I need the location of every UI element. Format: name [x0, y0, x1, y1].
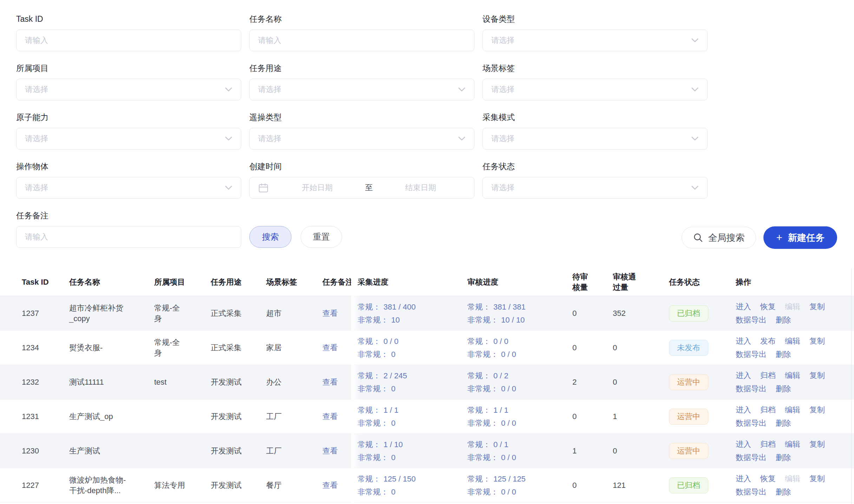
copy-link[interactable]: 复制: [809, 302, 825, 311]
copy-link[interactable]: 复制: [809, 440, 825, 449]
enter-link[interactable]: 进入: [736, 440, 751, 449]
cell-project: test: [154, 377, 211, 387]
view-remark-link[interactable]: 查看: [322, 309, 338, 318]
publish-link[interactable]: 发布: [760, 337, 776, 345]
col-pending-label: 待审核量: [572, 272, 590, 293]
edit-link[interactable]: 编辑: [785, 371, 800, 380]
enter-link[interactable]: 进入: [736, 371, 751, 380]
copy-link[interactable]: 复制: [809, 405, 825, 414]
collect-mode-select[interactable]: 请选择: [482, 128, 708, 150]
select-placeholder: 请选择: [491, 133, 691, 144]
regular-value: 381 / 400: [383, 303, 416, 311]
cell-approved: 0: [613, 446, 669, 456]
view-remark-link[interactable]: 查看: [322, 412, 338, 421]
status-badge: 已归档: [669, 305, 708, 321]
edit-link[interactable]: 编辑: [785, 302, 800, 311]
regular-label: 常规：: [467, 337, 491, 346]
enter-link[interactable]: 进入: [736, 302, 751, 311]
export-link[interactable]: 数据导出: [736, 453, 767, 462]
filter-label: 任务用途: [249, 63, 474, 73]
start-date-input[interactable]: [272, 183, 362, 192]
cell-task-id: 1237: [0, 309, 69, 318]
operate-object-select[interactable]: 请选择: [16, 177, 241, 199]
cell-actions: 进入归档编辑复制 数据导出删除: [736, 369, 854, 396]
scene-tag-select[interactable]: 请选择: [482, 79, 708, 100]
task-remark-input[interactable]: [25, 232, 232, 241]
cell-purpose: 开发测试: [211, 446, 266, 456]
date-range-picker[interactable]: 至: [249, 177, 474, 199]
select-placeholder: 请选择: [491, 35, 691, 46]
project-select[interactable]: 请选择: [16, 79, 241, 100]
regular-value: 125 / 150: [383, 475, 416, 483]
regular-label: 常规：: [357, 337, 381, 346]
task-id-input[interactable]: [25, 36, 232, 45]
delete-link[interactable]: 删除: [776, 384, 791, 393]
purpose-select[interactable]: 请选择: [249, 79, 474, 100]
select-placeholder: 请选择: [25, 84, 225, 95]
regular-label: 常规：: [357, 303, 381, 311]
scrollbar-track-line[interactable]: [851, 268, 852, 504]
delete-link[interactable]: 删除: [776, 316, 791, 324]
restore-link[interactable]: 恢复: [760, 474, 776, 483]
delete-link[interactable]: 删除: [776, 419, 791, 427]
toolbar: 全局搜索 + 新建任务: [682, 226, 837, 249]
chevron-down-icon: [691, 38, 699, 43]
export-link[interactable]: 数据导出: [736, 316, 767, 324]
col-project: 所属项目: [154, 277, 211, 287]
delete-link[interactable]: 删除: [776, 350, 791, 359]
enter-link[interactable]: 进入: [736, 337, 751, 345]
table-row: 1237 超市冷鲜柜补货_copy 常规-全身 正式采集 超市 查看 常规：38…: [0, 296, 854, 331]
view-remark-link[interactable]: 查看: [322, 446, 338, 455]
new-task-button[interactable]: + 新建任务: [763, 226, 837, 249]
delete-link[interactable]: 删除: [776, 453, 791, 462]
regular-label: 常规：: [357, 371, 381, 380]
task-name-input[interactable]: [258, 36, 466, 45]
global-search-label: 全局搜索: [708, 232, 744, 244]
cell-actions: 进入归档编辑复制 数据导出删除: [736, 403, 854, 430]
table-body: 1237 超市冷鲜柜补货_copy 常规-全身 正式采集 超市 查看 常规：38…: [0, 296, 854, 503]
edit-link[interactable]: 编辑: [785, 405, 800, 414]
cell-actions: 进入恢复编辑复制 数据导出删除: [736, 472, 854, 499]
archive-link[interactable]: 归档: [760, 371, 776, 380]
enter-link[interactable]: 进入: [736, 405, 751, 414]
edit-link[interactable]: 编辑: [785, 474, 800, 483]
filter-task-id: Task ID: [16, 14, 241, 51]
reset-button[interactable]: 重置: [301, 226, 342, 248]
global-search-button[interactable]: 全局搜索: [682, 227, 756, 248]
enter-link[interactable]: 进入: [736, 474, 751, 483]
cell-pending: 2: [572, 378, 613, 387]
cell-task-name: 熨烫衣服-: [69, 343, 154, 353]
delete-link[interactable]: 删除: [776, 488, 791, 496]
cell-scene: 工厂: [266, 446, 322, 456]
irregular-value: 0 / 0: [501, 453, 516, 462]
teleop-type-select[interactable]: 请选择: [249, 128, 474, 150]
edit-link[interactable]: 编辑: [785, 337, 800, 345]
copy-link[interactable]: 复制: [809, 371, 825, 380]
status-badge: 运营中: [669, 443, 708, 459]
copy-link[interactable]: 复制: [809, 337, 825, 345]
restore-link[interactable]: 恢复: [760, 302, 776, 311]
task-status-select[interactable]: 请选择: [482, 177, 708, 199]
table-row: 1234 熨烫衣服- 常规-全身 正式采集 家居 查看 常规：0 / 0 非常规…: [0, 331, 854, 365]
device-type-select[interactable]: 请选择: [482, 29, 708, 51]
atomic-capability-select[interactable]: 请选择: [16, 128, 241, 150]
view-remark-link[interactable]: 查看: [322, 343, 338, 352]
view-remark-link[interactable]: 查看: [322, 481, 338, 490]
export-link[interactable]: 数据导出: [736, 488, 767, 496]
archive-link[interactable]: 归档: [760, 440, 776, 449]
status-badge: 未发布: [669, 340, 708, 356]
view-remark-link[interactable]: 查看: [322, 378, 338, 386]
archive-link[interactable]: 归档: [760, 405, 776, 414]
filter-label: 遥操类型: [249, 112, 474, 122]
search-button[interactable]: 搜索: [249, 226, 291, 248]
cell-pending: 1: [572, 446, 613, 456]
regular-value: 0 / 0: [493, 337, 508, 346]
end-date-input[interactable]: [376, 183, 466, 192]
filter-project: 所属项目 请选择: [16, 63, 241, 100]
edit-link[interactable]: 编辑: [785, 440, 800, 449]
export-link[interactable]: 数据导出: [736, 350, 767, 359]
export-link[interactable]: 数据导出: [736, 384, 767, 393]
copy-link[interactable]: 复制: [809, 474, 825, 483]
task-table: Task ID 任务名称 所属项目 任务用途 场景标签 任务备注 采集进度 审核…: [0, 268, 854, 503]
export-link[interactable]: 数据导出: [736, 419, 767, 427]
